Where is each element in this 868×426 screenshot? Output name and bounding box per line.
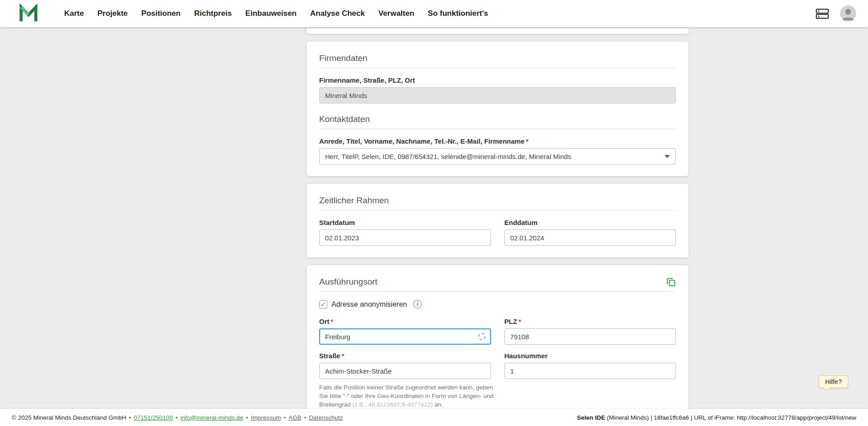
divider [319,210,676,211]
divider [319,68,676,68]
enddatum-field: Enddatum [505,219,676,246]
strasse-label: Straße* [319,352,491,360]
required-marker: * [519,318,521,325]
nav-item-karte[interactable]: Karte [64,9,84,18]
firmenname-input [319,87,676,103]
nav-item-verwalten[interactable]: Verwalten [378,9,414,18]
separator: • [129,414,131,421]
ide-details: (Mineral Minds) | 16fae1ffc6a6 | URL of … [605,414,856,421]
anonymize-row: ✓ Adresse anonymisieren i [319,300,676,309]
content-area: Firmendaten Firmenname, Straße, PLZ, Ort… [307,27,689,426]
strasse-label-text: Straße [319,352,340,360]
zeitraum-card: Zeitlicher Rahmen Startdatum Enddatum [307,184,689,257]
plz-label-text: PLZ [505,318,517,325]
footer-right: Selen IDE (Mineral Minds) | 16fae1ffc6a6… [577,414,856,421]
agb-link[interactable]: AGB [288,414,302,421]
separator: • [304,414,307,421]
phone-link[interactable]: 07151/250100 [134,414,173,421]
kontaktdaten-title: Kontaktdaten [319,114,676,124]
ort-field: Ort* [319,318,491,345]
main-navigation: Karte Projekte Positionen Richtpreis Ein… [64,9,488,18]
nav-item-projekte[interactable]: Projekte [97,9,127,18]
strasse-field: Straße* [319,352,491,379]
plz-label: PLZ* [505,318,676,325]
hint-suffix: an. [433,401,443,408]
ausfuehrungsort-title: Ausführungsort [319,277,377,287]
nav-item-so-funktionierts[interactable]: So funktioniert's [428,9,488,18]
ausfuehrungsort-card: Ausführungsort ✓ Adresse anonymisieren i… [307,265,689,426]
mineral-minds-logo[interactable] [18,3,39,24]
startdatum-field: Startdatum [319,219,491,246]
chevron-down-icon [665,155,670,158]
nav-item-positionen[interactable]: Positionen [142,9,181,18]
copyright-text: © 2025 Mineral Minds Deutschland GmbH [12,414,126,421]
hausnummer-field: Hausnummer [505,352,676,379]
info-icon[interactable]: i [413,300,422,309]
card-partial-top [307,28,689,34]
enddatum-input[interactable] [505,229,676,246]
firmenname-label-text: Firmenname, Straße, PLZ, Ort [319,76,415,84]
footer: © 2025 Mineral Minds Deutschland GmbH • … [0,409,868,426]
footer-left: © 2025 Mineral Minds Deutschland GmbH • … [12,414,343,421]
separator: • [246,414,248,421]
nav-item-richtpreis[interactable]: Richtpreis [194,9,231,18]
logo-m-icon [18,3,39,24]
nav-item-einbauweisen[interactable]: Einbauweisen [245,9,297,18]
required-marker: * [342,352,344,360]
anonymize-checkbox[interactable]: ✓ [319,300,327,309]
firmendaten-card: Firmendaten Firmenname, Straße, PLZ, Ort… [307,42,689,176]
ide-name: Selen IDE [577,414,605,421]
email-link[interactable]: info@mineral-minds.de [180,414,243,421]
zeitraum-title: Zeitlicher Rahmen [319,196,676,206]
bubble-tail [823,385,830,391]
top-navbar: Karte Projekte Positionen Richtpreis Ein… [0,0,868,27]
check-icon: ✓ [321,301,326,308]
ort-input[interactable] [319,328,491,345]
navbar-right [816,5,856,22]
help-bubble[interactable]: Hilfe? [819,375,848,388]
plz-input[interactable] [505,328,676,345]
anonymize-label: Adresse anonymisieren [331,300,407,309]
divider [319,129,676,129]
separator: • [175,414,178,421]
help-bubble-label: Hilfe? [825,378,842,385]
user-avatar[interactable] [840,5,856,22]
plz-field: PLZ* [505,318,676,345]
divider [319,291,676,292]
person-icon [840,5,856,22]
loading-spinner-icon [478,333,486,340]
nav-item-analyse-check[interactable]: Analyse Check [310,9,365,18]
kontakt-label: Anrede, Titel, Vorname, Nachname, Tel.-N… [319,137,676,145]
ort-label-text: Ort [319,318,330,325]
firmenname-label: Firmenname, Straße, PLZ, Ort [319,76,676,84]
hausnummer-label: Hausnummer [505,352,676,360]
hint-coordinates: (z.B.: 48.8115607,9.4077422) [353,401,433,408]
ort-label: Ort* [319,318,491,325]
kontakt-select-value: Herr, TitelP, Selen, IDE, 0987/654321, s… [325,153,571,160]
strasse-input[interactable] [319,363,491,379]
required-marker: * [526,137,528,145]
kontakt-select[interactable]: Herr, TitelP, Selen, IDE, 0987/654321, s… [319,148,676,164]
startdatum-input[interactable] [319,229,491,246]
firmendaten-title: Firmendaten [319,53,676,63]
kontakt-label-text: Anrede, Titel, Vorname, Nachname, Tel.-N… [319,137,524,145]
datenschutz-link[interactable]: Datenschutz [309,414,343,421]
required-marker: * [331,318,334,325]
separator: • [283,414,286,421]
copy-icon[interactable] [666,277,676,287]
enddatum-label: Enddatum [505,219,676,226]
startdatum-label: Startdatum [319,219,491,226]
impressum-link[interactable]: Impressum [251,414,281,421]
hausnummer-input[interactable] [505,363,676,379]
server-icon[interactable] [816,8,829,19]
strasse-hint: Falls die Position keiner Straße zugeord… [319,384,496,409]
